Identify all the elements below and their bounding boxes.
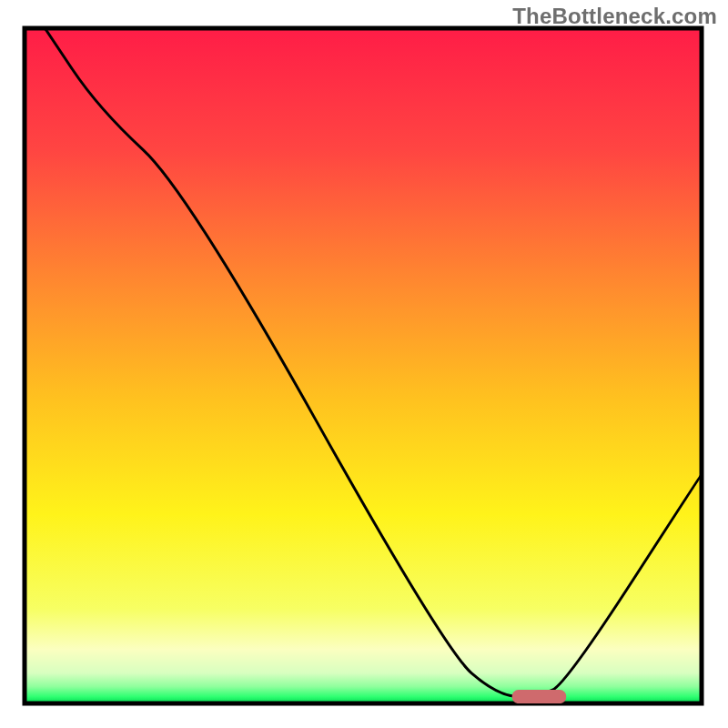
- chart-svg: [0, 0, 728, 728]
- watermark-text: TheBottleneck.com: [512, 4, 717, 29]
- highlight-marker: [512, 690, 567, 703]
- chart-frame: TheBottleneck.com: [0, 0, 728, 728]
- gradient-background: [25, 28, 702, 703]
